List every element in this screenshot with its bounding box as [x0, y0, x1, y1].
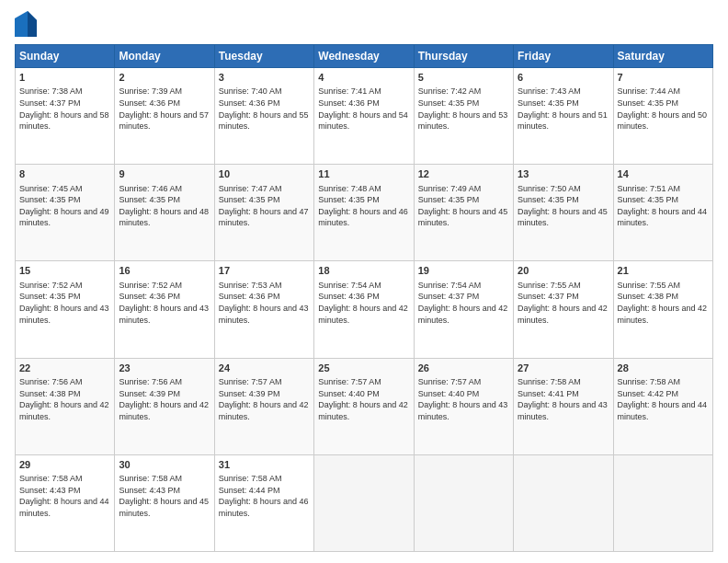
- day-info: Sunrise: 7:55 AMSunset: 4:37 PMDaylight:…: [518, 281, 608, 325]
- logo: [15, 11, 39, 37]
- calendar-cell: 16Sunrise: 7:52 AMSunset: 4:36 PMDayligh…: [115, 261, 214, 358]
- weekday-header: Thursday: [414, 45, 513, 68]
- calendar-cell: 12Sunrise: 7:49 AMSunset: 4:35 PMDayligh…: [414, 165, 513, 261]
- day-number: 27: [518, 362, 609, 375]
- day-number: 17: [219, 264, 310, 278]
- day-number: 3: [219, 71, 310, 85]
- calendar-cell: 10Sunrise: 7:47 AMSunset: 4:35 PMDayligh…: [214, 165, 313, 261]
- header: [15, 11, 713, 37]
- day-info: Sunrise: 7:54 AMSunset: 4:36 PMDaylight:…: [318, 281, 408, 325]
- calendar-cell: [314, 454, 414, 551]
- day-info: Sunrise: 7:47 AMSunset: 4:35 PMDaylight:…: [219, 184, 309, 228]
- day-number: 13: [518, 167, 609, 181]
- calendar: SundayMondayTuesdayWednesdayThursdayFrid…: [15, 44, 713, 552]
- day-info: Sunrise: 7:49 AMSunset: 4:35 PMDaylight:…: [418, 184, 508, 228]
- day-info: Sunrise: 7:53 AMSunset: 4:36 PMDaylight:…: [219, 281, 309, 325]
- day-number: 11: [318, 167, 409, 181]
- calendar-cell: 13Sunrise: 7:50 AMSunset: 4:35 PMDayligh…: [514, 165, 613, 261]
- day-info: Sunrise: 7:52 AMSunset: 4:36 PMDaylight:…: [119, 281, 209, 325]
- calendar-cell: 21Sunrise: 7:55 AMSunset: 4:38 PMDayligh…: [613, 261, 712, 358]
- calendar-week-row: 22Sunrise: 7:56 AMSunset: 4:38 PMDayligh…: [16, 358, 713, 454]
- logo-icon: [15, 11, 37, 37]
- day-info: Sunrise: 7:58 AMSunset: 4:41 PMDaylight:…: [518, 377, 608, 421]
- day-number: 26: [418, 362, 509, 375]
- day-info: Sunrise: 7:48 AMSunset: 4:35 PMDaylight:…: [318, 184, 408, 228]
- day-number: 24: [219, 362, 310, 375]
- day-number: 1: [19, 71, 110, 85]
- calendar-cell: 31Sunrise: 7:58 AMSunset: 4:44 PMDayligh…: [214, 454, 313, 551]
- day-number: 18: [318, 264, 409, 278]
- day-number: 21: [618, 264, 709, 278]
- calendar-cell: 11Sunrise: 7:48 AMSunset: 4:35 PMDayligh…: [314, 165, 414, 261]
- day-number: 4: [318, 71, 409, 85]
- calendar-cell: 26Sunrise: 7:57 AMSunset: 4:40 PMDayligh…: [414, 358, 513, 454]
- weekday-header: Tuesday: [214, 45, 313, 68]
- day-info: Sunrise: 7:50 AMSunset: 4:35 PMDaylight:…: [518, 184, 608, 228]
- calendar-cell: [613, 454, 712, 551]
- day-number: 12: [418, 167, 509, 181]
- weekday-header: Sunday: [16, 45, 115, 68]
- calendar-cell: 18Sunrise: 7:54 AMSunset: 4:36 PMDayligh…: [314, 261, 414, 358]
- calendar-cell: 9Sunrise: 7:46 AMSunset: 4:35 PMDaylight…: [115, 165, 214, 261]
- calendar-week-row: 15Sunrise: 7:52 AMSunset: 4:35 PMDayligh…: [16, 261, 713, 358]
- calendar-cell: 8Sunrise: 7:45 AMSunset: 4:35 PMDaylight…: [16, 165, 115, 261]
- day-info: Sunrise: 7:43 AMSunset: 4:35 PMDaylight:…: [518, 86, 608, 131]
- calendar-cell: 29Sunrise: 7:58 AMSunset: 4:43 PMDayligh…: [16, 454, 115, 551]
- calendar-week-row: 29Sunrise: 7:58 AMSunset: 4:43 PMDayligh…: [16, 454, 713, 551]
- day-info: Sunrise: 7:44 AMSunset: 4:35 PMDaylight:…: [618, 86, 708, 131]
- day-number: 9: [119, 167, 210, 181]
- calendar-week-row: 8Sunrise: 7:45 AMSunset: 4:35 PMDaylight…: [16, 165, 713, 261]
- day-info: Sunrise: 7:54 AMSunset: 4:37 PMDaylight:…: [418, 281, 508, 325]
- calendar-cell: 19Sunrise: 7:54 AMSunset: 4:37 PMDayligh…: [414, 261, 513, 358]
- weekday-header: Wednesday: [314, 45, 414, 68]
- day-number: 15: [19, 264, 110, 278]
- day-info: Sunrise: 7:57 AMSunset: 4:40 PMDaylight:…: [418, 377, 508, 421]
- day-number: 20: [518, 264, 609, 278]
- page: SundayMondayTuesdayWednesdayThursdayFrid…: [0, 0, 728, 563]
- day-number: 30: [119, 458, 210, 472]
- day-info: Sunrise: 7:40 AMSunset: 4:36 PMDaylight:…: [219, 86, 309, 131]
- calendar-cell: 30Sunrise: 7:58 AMSunset: 4:43 PMDayligh…: [115, 454, 214, 551]
- calendar-cell: 28Sunrise: 7:58 AMSunset: 4:42 PMDayligh…: [613, 358, 712, 454]
- day-info: Sunrise: 7:46 AMSunset: 4:35 PMDaylight:…: [119, 184, 209, 228]
- day-info: Sunrise: 7:39 AMSunset: 4:36 PMDaylight:…: [119, 86, 209, 131]
- calendar-cell: 20Sunrise: 7:55 AMSunset: 4:37 PMDayligh…: [514, 261, 613, 358]
- calendar-cell: 27Sunrise: 7:58 AMSunset: 4:41 PMDayligh…: [514, 358, 613, 454]
- day-info: Sunrise: 7:58 AMSunset: 4:44 PMDaylight:…: [219, 474, 309, 518]
- calendar-cell: 22Sunrise: 7:56 AMSunset: 4:38 PMDayligh…: [16, 358, 115, 454]
- day-number: 10: [219, 167, 310, 181]
- day-info: Sunrise: 7:58 AMSunset: 4:43 PMDaylight:…: [119, 474, 209, 518]
- day-info: Sunrise: 7:57 AMSunset: 4:39 PMDaylight:…: [219, 377, 309, 421]
- day-info: Sunrise: 7:58 AMSunset: 4:43 PMDaylight:…: [19, 474, 109, 518]
- calendar-cell: 15Sunrise: 7:52 AMSunset: 4:35 PMDayligh…: [16, 261, 115, 358]
- day-info: Sunrise: 7:57 AMSunset: 4:40 PMDaylight:…: [318, 377, 408, 421]
- calendar-cell: 2Sunrise: 7:39 AMSunset: 4:36 PMDaylight…: [115, 68, 214, 165]
- day-number: 25: [318, 362, 409, 375]
- calendar-cell: 25Sunrise: 7:57 AMSunset: 4:40 PMDayligh…: [314, 358, 414, 454]
- day-info: Sunrise: 7:38 AMSunset: 4:37 PMDaylight:…: [19, 86, 109, 131]
- calendar-cell: 1Sunrise: 7:38 AMSunset: 4:37 PMDaylight…: [16, 68, 115, 165]
- day-info: Sunrise: 7:55 AMSunset: 4:38 PMDaylight:…: [618, 281, 708, 325]
- calendar-cell: [414, 454, 513, 551]
- day-info: Sunrise: 7:42 AMSunset: 4:35 PMDaylight:…: [418, 86, 508, 131]
- day-number: 28: [618, 362, 709, 375]
- day-info: Sunrise: 7:51 AMSunset: 4:35 PMDaylight:…: [618, 184, 708, 228]
- day-number: 7: [618, 71, 709, 85]
- day-number: 6: [518, 71, 609, 85]
- calendar-cell: 14Sunrise: 7:51 AMSunset: 4:35 PMDayligh…: [613, 165, 712, 261]
- day-number: 23: [119, 362, 210, 375]
- day-info: Sunrise: 7:56 AMSunset: 4:39 PMDaylight:…: [119, 377, 209, 421]
- day-number: 2: [119, 71, 210, 85]
- calendar-cell: [514, 454, 613, 551]
- day-number: 29: [19, 458, 110, 472]
- day-number: 19: [418, 264, 509, 278]
- day-number: 8: [19, 167, 110, 181]
- calendar-cell: 24Sunrise: 7:57 AMSunset: 4:39 PMDayligh…: [214, 358, 313, 454]
- day-info: Sunrise: 7:41 AMSunset: 4:36 PMDaylight:…: [318, 86, 408, 131]
- calendar-cell: 4Sunrise: 7:41 AMSunset: 4:36 PMDaylight…: [314, 68, 414, 165]
- calendar-cell: 23Sunrise: 7:56 AMSunset: 4:39 PMDayligh…: [115, 358, 214, 454]
- day-number: 14: [618, 167, 709, 181]
- weekday-header: Monday: [115, 45, 214, 68]
- calendar-week-row: 1Sunrise: 7:38 AMSunset: 4:37 PMDaylight…: [16, 68, 713, 165]
- day-info: Sunrise: 7:58 AMSunset: 4:42 PMDaylight:…: [618, 377, 708, 421]
